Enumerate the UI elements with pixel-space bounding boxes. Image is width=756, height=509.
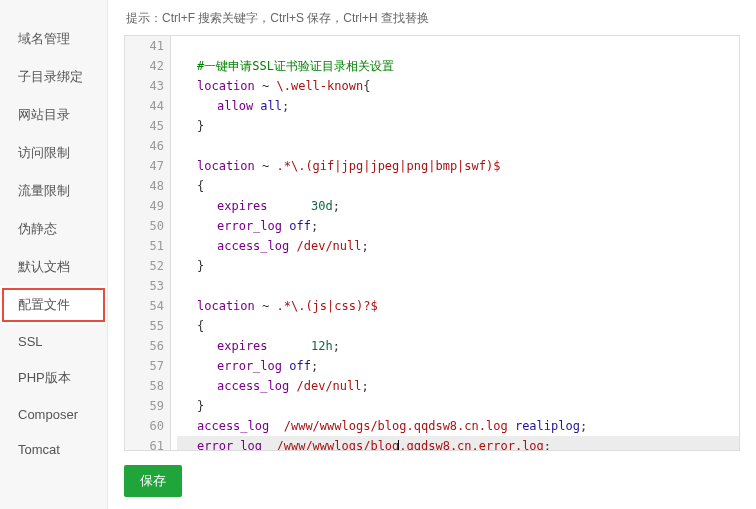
sidebar-item-flowlimit[interactable]: 流量限制	[0, 172, 107, 210]
sidebar-item-config[interactable]: 配置文件	[0, 286, 107, 324]
sidebar-item-tomcat[interactable]: Tomcat	[0, 432, 107, 467]
hint-text: 提示：Ctrl+F 搜索关键字，Ctrl+S 保存，Ctrl+H 查找替换	[124, 10, 740, 27]
sidebar-item-accesslimit[interactable]: 访问限制	[0, 134, 107, 172]
sidebar-item-php[interactable]: PHP版本	[0, 359, 107, 397]
sidebar-item-sitedir[interactable]: 网站目录	[0, 96, 107, 134]
sidebar-item-rewrite[interactable]: 伪静态	[0, 210, 107, 248]
sidebar-item-composer[interactable]: Composer	[0, 397, 107, 432]
sidebar: 域名管理 子目录绑定 网站目录 访问限制 流量限制 伪静态 默认文档 配置文件 …	[0, 0, 108, 509]
sidebar-item-subdir[interactable]: 子目录绑定	[0, 58, 107, 96]
sidebar-item-defaultdoc[interactable]: 默认文档	[0, 248, 107, 286]
save-row: 保存	[124, 465, 740, 497]
code-editor[interactable]: 4142434445464748495051525354555657585960…	[124, 35, 740, 451]
save-button[interactable]: 保存	[124, 465, 182, 497]
code-area[interactable]: #一键申请SSL证书验证目录相关设置 location ~ \.well-kno…	[171, 36, 739, 450]
sidebar-item-domain[interactable]: 域名管理	[0, 20, 107, 58]
sidebar-item-ssl[interactable]: SSL	[0, 324, 107, 359]
main-panel: 提示：Ctrl+F 搜索关键字，Ctrl+S 保存，Ctrl+H 查找替换 41…	[108, 0, 756, 509]
line-gutter: 4142434445464748495051525354555657585960…	[125, 36, 171, 450]
